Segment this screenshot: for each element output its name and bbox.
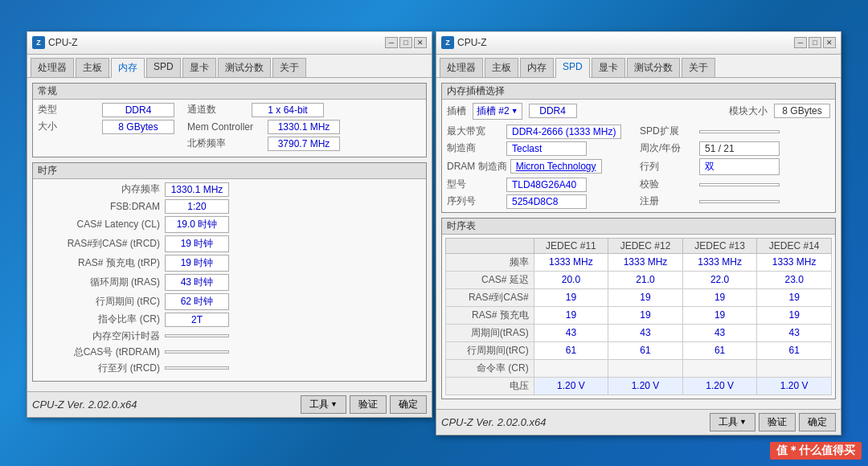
- tab-bench-right[interactable]: 测试分数: [627, 58, 680, 77]
- manufacturer-value: Teclast: [506, 141, 587, 156]
- jedec-freq-label: 频率: [446, 253, 534, 271]
- jedec-ras-pre-4: 19: [757, 306, 832, 324]
- jedec-cr-1: [534, 359, 608, 377]
- jedec-voltage-4: 1.20 V: [757, 377, 832, 394]
- timing-row-freq: 内存频率 1330.1 MHz: [33, 182, 426, 197]
- timing-tras-label: 循环周期 (tRAS): [36, 276, 165, 289]
- jedec-header-1: JEDEC #11: [534, 238, 608, 253]
- size-value: 8 GBytes: [102, 120, 174, 134]
- minimize-button[interactable]: ─: [385, 37, 398, 48]
- right-tabs: 处理器 主板 内存 SPD 显卡 测试分数 关于: [436, 55, 841, 78]
- timing-row-trcd: RAS#到CAS# (tRCD) 19 时钟: [33, 235, 426, 252]
- row-label: 行列: [640, 160, 696, 174]
- tools-button-left[interactable]: 工具 ▼: [301, 395, 346, 414]
- timing-idle-value: [165, 334, 229, 337]
- jedec-ras-cas-1: 19: [534, 288, 608, 306]
- watermark: 值＊什么值得买: [770, 442, 862, 460]
- left-footer-brand: CPU-Z Ver. 2.02.0.x64: [32, 399, 137, 411]
- timing-row-trp: RAS# 预充电 (tRP) 19 时钟: [33, 255, 426, 272]
- timing-row-idle: 内存空闲计时器: [33, 329, 426, 343]
- right-maximize-button[interactable]: □: [809, 37, 821, 48]
- week-year-value: 51 / 21: [699, 141, 780, 156]
- right-window-title: CPU-Z: [457, 37, 487, 48]
- jedec-freq-3: 1333 MHz: [682, 253, 757, 271]
- tab-gpu-right[interactable]: 显卡: [592, 58, 625, 77]
- timings-section: 时序 内存频率 1330.1 MHz FSB:DRAM 1:20 CAS# La…: [32, 162, 427, 382]
- slot-section-title: 内存插槽选择: [442, 84, 835, 100]
- part-value: TLD48G26A40: [506, 178, 587, 192]
- verify-button-right[interactable]: 验证: [759, 413, 796, 431]
- jedec-ras-cas-4: 19: [757, 288, 832, 306]
- timing-trc-value: 62 时钟: [165, 293, 229, 310]
- serial-value: 5254D8C8: [506, 194, 587, 209]
- timing-cr-label: 指令比率 (CR): [36, 313, 165, 326]
- jedec-cas-1: 20.0: [534, 271, 608, 288]
- jedec-row-freq: 频率 1333 MHz 1333 MHz 1333 MHz 1333 MHz: [446, 253, 832, 271]
- left-app-icon: Z: [32, 36, 45, 49]
- tab-motherboard-right[interactable]: 主板: [485, 58, 518, 77]
- manufacturer-label: 制造商: [447, 141, 503, 155]
- tab-processor-left[interactable]: 处理器: [31, 58, 74, 77]
- timing-rowcol-label: 行至列 (tRCD): [36, 362, 165, 375]
- jedec-trc-label: 行周期间(tRC): [446, 341, 534, 359]
- slot-select[interactable]: 插槽 #2 ▼: [473, 103, 522, 120]
- timing-rowcol-value: [165, 366, 229, 370]
- slot-type: DDR4: [529, 104, 577, 118]
- jedec-section: 时序表 JEDEC #11 JEDEC #12 JEDEC #13 JEDEC …: [441, 218, 836, 399]
- left-cpuz-window: Z CPU-Z ─ □ ✕ 处理器 主板 内存 SPD 显卡 测试分数 关于 常…: [27, 31, 432, 418]
- right-title-bar: Z CPU-Z ─ □ ✕: [436, 32, 841, 55]
- nb-freq-label: 北桥频率: [187, 137, 268, 150]
- jedec-cas-2: 21.0: [608, 271, 683, 288]
- timing-cr-value: 2T: [165, 313, 229, 327]
- row-value: 双: [699, 158, 780, 175]
- verify-button-left[interactable]: 验证: [350, 395, 387, 414]
- max-bw-label: 最大带宽: [447, 125, 503, 138]
- ok-button-left[interactable]: 确定: [390, 395, 427, 414]
- jedec-voltage-label: 电压: [446, 377, 534, 394]
- ok-button-right[interactable]: 确定: [799, 413, 836, 431]
- jedec-row-ras-pre: RAS# 预充电 19 19 19 19: [446, 306, 832, 324]
- tab-memory-right[interactable]: 内存: [520, 58, 554, 77]
- timing-fsb-value: 1:20: [165, 199, 229, 214]
- tab-processor-right[interactable]: 处理器: [440, 58, 483, 77]
- right-minimize-button[interactable]: ─: [794, 37, 807, 48]
- general-section-title: 常规: [33, 84, 426, 100]
- tab-spd-right[interactable]: SPD: [555, 58, 590, 78]
- timing-trcd-label: RAS#到CAS# (tRCD): [36, 237, 165, 251]
- jedec-header-0: [446, 238, 534, 253]
- dram-mfr-value[interactable]: Micron Technology: [510, 159, 602, 174]
- tab-about-right[interactable]: 关于: [682, 58, 715, 77]
- right-close-button[interactable]: ✕: [823, 37, 836, 48]
- tab-motherboard-left[interactable]: 主板: [76, 58, 109, 77]
- size-label: 大小: [38, 120, 102, 133]
- slot-section: 内存插槽选择 插槽 插槽 #2 ▼ DDR4 模块大小 8 GBytes 最大带…: [441, 83, 836, 213]
- mem-ctrl-label: Mem Controller: [187, 121, 268, 133]
- tab-bench-left[interactable]: 测试分数: [218, 58, 271, 77]
- maximize-button[interactable]: □: [399, 37, 412, 48]
- right-footer-brand: CPU-Z Ver. 2.02.0.x64: [441, 416, 547, 428]
- nb-freq-value: 3790.7 MHz: [268, 137, 340, 151]
- timing-trc-label: 行周期间 (tRC): [36, 295, 165, 309]
- tools-button-right[interactable]: 工具 ▼: [710, 413, 755, 431]
- jedec-tras-1: 43: [534, 324, 608, 341]
- tab-about-left[interactable]: 关于: [272, 58, 306, 77]
- slot-label: 插槽: [447, 104, 466, 118]
- jedec-ras-pre-1: 19: [534, 306, 608, 324]
- tab-memory-left[interactable]: 内存: [111, 58, 145, 78]
- tab-gpu-left[interactable]: 显卡: [182, 58, 216, 77]
- jedec-table: JEDEC #11 JEDEC #12 JEDEC #13 JEDEC #14 …: [445, 238, 832, 395]
- timing-row-row-col: 行至列 (tRCD): [33, 362, 426, 375]
- jedec-trc-1: 61: [534, 341, 608, 359]
- close-button[interactable]: ✕: [414, 37, 427, 48]
- jedec-cr-3: [682, 359, 757, 377]
- tab-spd-left[interactable]: SPD: [146, 58, 181, 77]
- timing-freq-value: 1330.1 MHz: [165, 182, 229, 197]
- max-bw-value: DDR4-2666 (1333 MHz): [506, 125, 621, 139]
- timing-fsb-label: FSB:DRAM: [36, 201, 165, 212]
- jedec-trc-2: 61: [608, 341, 683, 359]
- jedec-voltage-2: 1.20 V: [608, 377, 683, 394]
- jedec-ras-pre-2: 19: [608, 306, 683, 324]
- jedec-freq-2: 1333 MHz: [608, 253, 683, 271]
- timing-trp-value: 19 时钟: [165, 255, 229, 272]
- jedec-trc-3: 61: [682, 341, 757, 359]
